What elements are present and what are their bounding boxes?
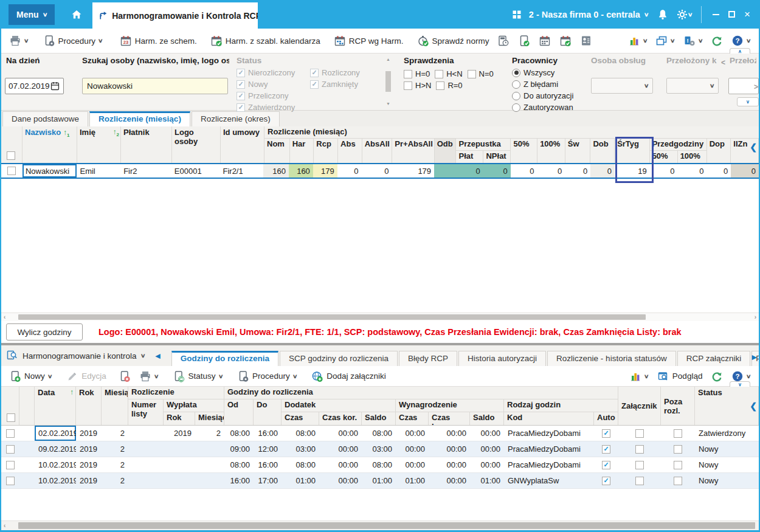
cell-status[interactable]: Nowy: [695, 457, 759, 472]
column-header-har[interactable]: Har: [290, 139, 314, 163]
podglad-button[interactable]: Podgląd: [653, 368, 707, 384]
column-header-dob[interactable]: Dob: [590, 139, 615, 163]
cell-od[interactable]: 08:00: [224, 426, 254, 441]
cell-zalacznik[interactable]: [618, 441, 661, 457]
table-cell-absall[interactable]: 0: [362, 164, 392, 178]
status-filter-checkbox[interactable]: Przeliczony: [237, 90, 309, 102]
close-button[interactable]: ×: [739, 5, 755, 24]
column-header-poza-rozl[interactable]: Poza rozl.: [661, 387, 695, 425]
cell-data[interactable]: 10.02.2019: [35, 457, 76, 472]
cell-wn_czas_kor[interactable]: 00:00: [429, 473, 470, 488]
bell-icon[interactable]: [657, 9, 669, 21]
cell-rok[interactable]: 2019: [76, 426, 102, 441]
scrollbar-thumb[interactable]: [18, 314, 646, 320]
cell-kod[interactable]: PracaMiedzyDobami: [504, 457, 594, 472]
cell-miesiac[interactable]: 2: [102, 457, 128, 472]
tablet-check-button[interactable]: [514, 33, 534, 49]
document-tab[interactable]: Harmonogramowanie i Kontrola RCP: [92, 2, 258, 29]
chevron-right-icon[interactable]: >: [754, 83, 758, 91]
cell-poza[interactable]: [661, 426, 695, 441]
minimize-button[interactable]: [708, 5, 724, 24]
status-filter-checkbox[interactable]: Zamknięty: [310, 78, 383, 90]
cell-zalacznik[interactable]: [618, 426, 661, 441]
poza-checkbox[interactable]: [674, 461, 682, 469]
table-cell-iizn[interactable]: 0: [731, 164, 759, 178]
column-header-nazwisko[interactable]: Nazwisko ↑1: [22, 126, 77, 163]
column-header-100[interactable]: 100%: [537, 139, 565, 163]
column-header-do[interactable]: Do: [254, 399, 282, 425]
table-row[interactable]: 10.02.20192019216:0017:0001:0000:0001:00…: [1, 473, 759, 489]
column-header-przed-100[interactable]: 100%: [678, 151, 707, 163]
column-header-srtyg[interactable]: ŚrTyg: [615, 139, 650, 163]
cell-wn_czas[interactable]: 01:00: [396, 473, 429, 488]
status-filter-checkbox[interactable]: Nierozliczony: [237, 67, 309, 78]
table-cell-p50[interactable]: 0: [511, 164, 537, 178]
bottom-tab-2[interactable]: SCP godziny do rozliczenia: [280, 351, 398, 366]
row-checkbox[interactable]: [6, 477, 15, 485]
harm-z-szabl-button[interactable]: Harm. z szabl. kalendarza: [206, 33, 325, 49]
cell-data[interactable]: 02.02.2019: [35, 426, 76, 441]
column-header-wyn-czas-kor[interactable]: Czas kor.: [429, 412, 470, 425]
cell-od[interactable]: 09:00: [224, 441, 254, 457]
cell-kod[interactable]: GNWyplataSw: [504, 473, 594, 488]
column-header-przed-50[interactable]: 50%: [650, 151, 678, 163]
column-header-plat[interactable]: Płat: [456, 151, 483, 163]
cell-wn_czas_kor[interactable]: 00:00: [429, 441, 470, 457]
auto-checkbox[interactable]: [602, 429, 610, 438]
cell-kod[interactable]: PracaMiedzyDobami: [504, 441, 594, 457]
column-header-dodatek-czas-kor[interactable]: Czas kor.: [319, 412, 362, 425]
cell-data[interactable]: 09.02.2019: [35, 441, 76, 457]
column-header-platnik[interactable]: Płatnik: [121, 126, 172, 163]
collapse-left-icon[interactable]: ◀: [155, 352, 160, 360]
cell-poza[interactable]: [661, 441, 695, 457]
calc-clock-button[interactable]: [493, 33, 514, 49]
przelozony-select[interactable]: ∨: [666, 78, 719, 94]
cell-status[interactable]: Nowy: [695, 441, 759, 457]
bottom-tab-1[interactable]: Godziny do rozliczenia: [171, 351, 278, 366]
cell-wn_saldo[interactable]: 00:00: [470, 426, 504, 441]
calendar-icon[interactable]: [50, 81, 60, 91]
pracownicy-radio[interactable]: Do autoryzacji: [512, 90, 573, 102]
scrollbar-thumb[interactable]: [18, 522, 755, 529]
cell-d_czas[interactable]: 08:00: [282, 426, 319, 441]
collapse-toolbar-button[interactable]: ∧: [730, 48, 750, 54]
cell-auto[interactable]: [594, 457, 618, 472]
table-cell-rcp[interactable]: 179: [313, 164, 337, 178]
chevron-left-icon[interactable]: <: [721, 58, 725, 67]
scroll-right-icon[interactable]: ›: [755, 314, 756, 320]
filter-scrollbar[interactable]: ▲ ▼: [384, 57, 392, 106]
person-list-button[interactable]: [576, 33, 596, 49]
row-checkbox[interactable]: [6, 461, 15, 469]
column-header-imie[interactable]: Imię↑2: [77, 126, 121, 163]
column-header-kod[interactable]: Kod: [504, 412, 594, 425]
cell-wn_saldo[interactable]: 00:00: [470, 457, 504, 472]
procedury-button[interactable]: Procedury∨: [233, 368, 301, 384]
column-header-nom[interactable]: Nom: [264, 139, 290, 163]
scroll-tabs-right-icon[interactable]: ▶: [752, 353, 757, 361]
column-header-status[interactable]: Status: [695, 387, 759, 425]
table-cell-srtyg[interactable]: 19: [615, 164, 650, 178]
refresh-button[interactable]: [706, 33, 727, 49]
poza-checkbox[interactable]: [674, 445, 682, 454]
table-cell-p100[interactable]: 0: [537, 164, 565, 178]
cell-w_rok[interactable]: [164, 441, 195, 457]
cell-numer[interactable]: [128, 457, 164, 472]
cell-data[interactable]: 10.02.2019: [35, 473, 76, 488]
auto-checkbox[interactable]: [602, 461, 610, 469]
cell-w_rok[interactable]: [164, 473, 195, 488]
table-row[interactable]: NowakowskiEmilFir2E00001Fir2/11601601790…: [1, 163, 759, 179]
maximize-button[interactable]: [724, 5, 739, 24]
horizontal-scrollbar[interactable]: ‹: [1, 520, 759, 530]
column-header-logo-osoby[interactable]: Logo osoby: [172, 126, 221, 163]
table-cell-nom[interactable]: 160: [263, 164, 289, 178]
scroll-left-icon[interactable]: ‹: [4, 314, 5, 320]
cell-auto[interactable]: [594, 426, 618, 441]
sprawdzenia-checkbox[interactable]: H=0: [404, 68, 430, 80]
select-all-checkbox[interactable]: [7, 413, 15, 422]
table-cell-odb[interactable]: [434, 164, 456, 178]
table-cell-nazwisko[interactable]: Nowakowski: [22, 164, 77, 178]
table-cell-platnik[interactable]: Fir2: [120, 164, 171, 178]
cell-d_saldo[interactable]: 08:00: [362, 426, 396, 441]
table-cell-imie[interactable]: Emil: [77, 164, 120, 178]
status-filter-checkbox[interactable]: Zatwierdzony: [237, 102, 309, 113]
